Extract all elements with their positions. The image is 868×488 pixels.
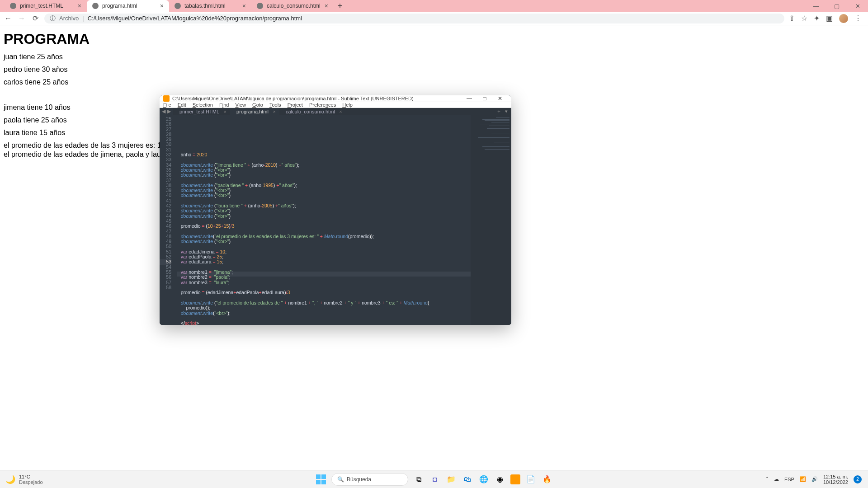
app-store-icon[interactable]: 🛍 xyxy=(462,474,473,485)
tab-label: primer_test.HTML xyxy=(179,109,219,114)
address-bar[interactable]: ⓘ Archivo | C:/Users/Miguel/OneDrive/LAT… xyxy=(44,14,784,23)
app-sublime-icon[interactable] xyxy=(510,474,520,484)
browser-tab-1[interactable]: programa.html × xyxy=(87,0,169,12)
start-button[interactable] xyxy=(315,474,327,485)
toolbar-actions: ⇧ ☆ ✦ ▣ ⋮ xyxy=(789,14,864,23)
menu-tools[interactable]: Tools xyxy=(269,102,281,108)
globe-icon xyxy=(175,3,181,9)
code-editor[interactable]: anho = 2020 document.write ("jimena tien… xyxy=(173,115,471,325)
share-icon[interactable]: ⇧ xyxy=(789,14,795,23)
menu-edit[interactable]: Edit xyxy=(178,102,186,108)
minimize-button[interactable]: — xyxy=(806,0,826,12)
sublime-tabbar: ◀ ▶ primer_test.HTML × programa.html × c… xyxy=(160,108,511,115)
tab-title: tabalas.thml.html xyxy=(184,3,226,9)
windows-taskbar: 🌙 11°C Despejado 🔍 Búsqueda ⧉ ◘ 📁 🛍 🌐 ◉ … xyxy=(0,470,868,488)
close-icon[interactable]: × xyxy=(224,109,226,114)
taskbar-center: 🔍 Búsqueda ⧉ ◘ 📁 🛍 🌐 ◉ 📄 🔥 xyxy=(315,473,553,486)
close-button[interactable]: ✕ xyxy=(847,0,868,12)
editor-tab-1[interactable]: programa.html × xyxy=(230,108,279,115)
browser-tab-strip: primer_test.HTML × programa.html × tabal… xyxy=(0,0,868,12)
tray-chevron-icon[interactable]: ˄ xyxy=(766,476,769,482)
back-button[interactable]: ← xyxy=(4,14,13,23)
menu-find[interactable]: Find xyxy=(219,102,229,108)
tab-add-icon[interactable]: ＋ xyxy=(496,108,501,115)
tab-title: calculo_consumo.html xyxy=(267,3,321,9)
close-icon[interactable]: × xyxy=(78,2,81,9)
app-pset-icon[interactable]: 📄 xyxy=(525,474,537,485)
volume-icon[interactable]: 🔊 xyxy=(811,476,818,482)
tab-title: primer_test.HTML xyxy=(20,3,63,9)
app-chat-icon[interactable]: ◘ xyxy=(429,474,441,485)
weather-icon: 🌙 xyxy=(5,474,15,484)
app-paint-icon[interactable]: 🔥 xyxy=(541,474,553,485)
time: 12:15 a. m. xyxy=(823,474,848,479)
menu-view[interactable]: View xyxy=(235,102,246,108)
tab-label: calculo_consumo.html xyxy=(286,109,335,114)
language-indicator[interactable]: ESP xyxy=(784,477,794,482)
weather-temp: 11°C xyxy=(19,474,43,479)
editor-tab-0[interactable]: primer_test.HTML × xyxy=(173,108,230,115)
close-icon[interactable]: × xyxy=(160,2,164,9)
bookmark-icon[interactable]: ☆ xyxy=(801,14,807,23)
taskbar-search[interactable]: 🔍 Búsqueda xyxy=(331,473,408,486)
page-heading: PROGRAMA xyxy=(4,31,864,47)
browser-tab-2[interactable]: tabalas.thml.html × xyxy=(169,0,251,12)
reload-button[interactable]: ⟳ xyxy=(31,14,40,23)
close-icon[interactable]: × xyxy=(242,2,246,9)
task-view-icon[interactable]: ⧉ xyxy=(413,474,425,485)
browser-tab-0[interactable]: primer_test.HTML × xyxy=(5,0,87,12)
globe-icon xyxy=(92,3,99,9)
maximize-button[interactable]: □ xyxy=(477,95,492,102)
tab-nav-arrows[interactable]: ◀ ▶ xyxy=(160,108,173,115)
close-button[interactable]: ✕ xyxy=(492,95,508,102)
menu-goto[interactable]: Goto xyxy=(252,102,263,108)
window-controls: — ▢ ✕ xyxy=(806,0,868,12)
editor-body: 2526272829303132333435363738394041424344… xyxy=(160,115,511,325)
date: 10/12/2022 xyxy=(823,479,848,485)
sublime-icon xyxy=(163,95,170,102)
close-icon[interactable]: × xyxy=(339,109,342,114)
close-icon[interactable]: × xyxy=(325,2,328,9)
url-prefix: Archivo xyxy=(59,15,79,22)
close-icon[interactable]: × xyxy=(273,109,276,114)
sublime-window: C:\Users\Miguel\OneDrive\LATAM\loguica d… xyxy=(160,95,511,325)
page-line: carlos tiene 25 años xyxy=(4,78,864,86)
minimap[interactable] xyxy=(471,115,511,325)
forward-button[interactable]: → xyxy=(17,14,26,23)
app-explorer-icon[interactable]: 📁 xyxy=(445,474,457,485)
profile-avatar[interactable] xyxy=(839,14,848,23)
editor-tab-2[interactable]: calculo_consumo.html × xyxy=(279,108,346,115)
url-text: C:/Users/Miguel/OneDrive/LATAM/loguica%2… xyxy=(88,15,302,22)
tab-label: programa.html xyxy=(236,109,269,114)
menu-icon[interactable]: ⋮ xyxy=(854,14,862,23)
clock[interactable]: 12:15 a. m. 10/12/2022 xyxy=(823,474,848,485)
app-edge-icon[interactable]: 🌐 xyxy=(478,474,490,485)
search-placeholder: Búsqueda xyxy=(347,476,371,483)
page-line: juan tiene 25 años xyxy=(4,53,864,61)
menu-selection[interactable]: Selection xyxy=(193,102,213,108)
browser-toolbar: ← → ⟳ ⓘ Archivo | C:/Users/Miguel/OneDri… xyxy=(0,12,868,25)
new-tab-button[interactable]: + xyxy=(334,0,346,12)
weather-widget[interactable]: 🌙 11°C Despejado xyxy=(0,474,43,485)
menu-file[interactable]: File xyxy=(163,102,171,108)
side-panel-icon[interactable]: ▣ xyxy=(826,14,833,23)
search-icon: 🔍 xyxy=(337,476,344,483)
maximize-button[interactable]: ▢ xyxy=(826,0,847,12)
notification-badge[interactable]: 2 xyxy=(854,475,862,483)
info-icon: ⓘ xyxy=(50,14,56,23)
sublime-menubar: File Edit Selection Find View Goto Tools… xyxy=(160,102,511,108)
globe-icon xyxy=(257,3,263,9)
sublime-titlebar[interactable]: C:\Users\Miguel\OneDrive\LATAM\loguica d… xyxy=(160,95,511,102)
app-chrome-icon[interactable]: ◉ xyxy=(494,474,506,485)
extensions-icon[interactable]: ✦ xyxy=(814,14,820,23)
tab-title: programa.html xyxy=(102,3,137,9)
minimize-button[interactable]: — xyxy=(462,95,477,102)
onedrive-icon[interactable]: ☁ xyxy=(774,476,779,482)
browser-tab-3[interactable]: calculo_consumo.html × xyxy=(251,0,334,12)
tab-menu-icon[interactable]: ▾ xyxy=(505,108,508,114)
wifi-icon[interactable]: 📶 xyxy=(800,476,806,482)
system-tray: ˄ ☁ ESP 📶 🔊 12:15 a. m. 10/12/2022 2 xyxy=(766,474,868,485)
menu-preferences[interactable]: Preferences xyxy=(309,102,336,108)
menu-help[interactable]: Help xyxy=(342,102,353,108)
menu-project[interactable]: Project xyxy=(288,102,303,108)
